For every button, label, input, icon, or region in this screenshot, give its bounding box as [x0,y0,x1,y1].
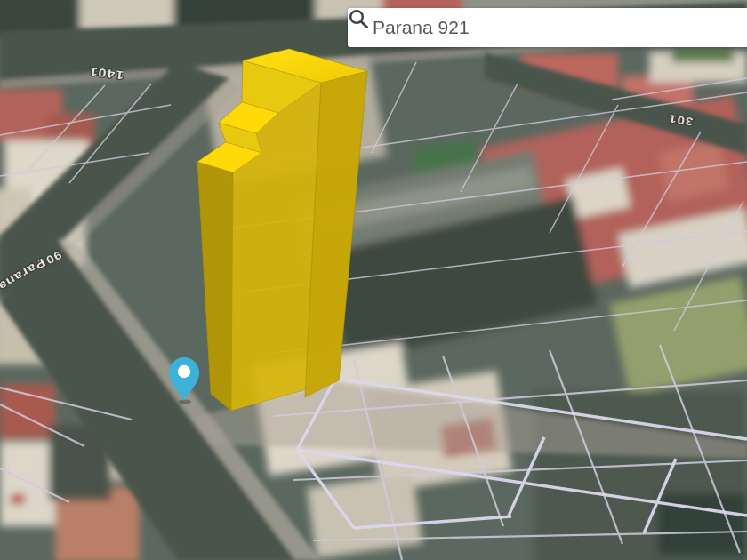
search-query-text: Parana 921 [373,17,470,38]
pin-center-dot [178,365,190,378]
search-box[interactable]: Parana 921 [348,8,747,47]
satellite-scene: 1401 901 Parana 301 [0,0,747,560]
map-view[interactable]: 1401 901 Parana 301 [0,0,747,560]
pin-shadow [179,400,191,404]
